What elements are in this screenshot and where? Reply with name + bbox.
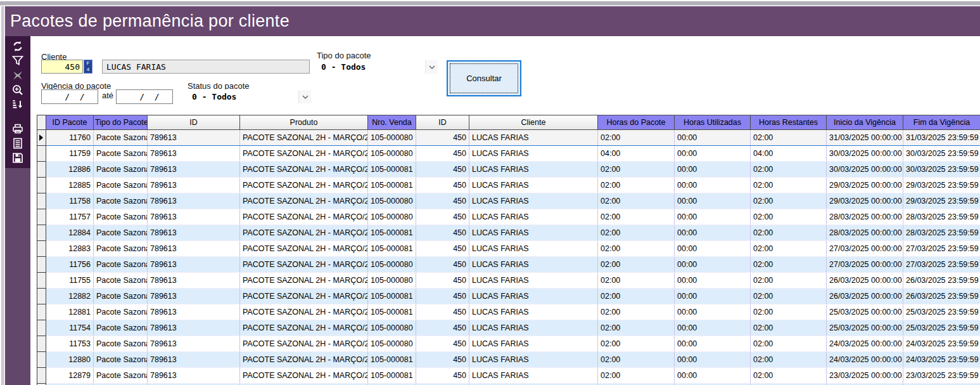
cell-produto-3[interactable]: PACOTE SAZONAL 2H - MARÇO/2025 xyxy=(240,130,368,146)
cell-cliente-6[interactable]: LUCAS FARIAS xyxy=(469,257,598,273)
table-row[interactable]: 12880Pacote Sazonal789613PACOTE SAZONAL … xyxy=(37,352,980,368)
cell-tipo-do-pacote-1[interactable]: Pacote Sazonal xyxy=(94,352,148,368)
cell-nro-venda-4[interactable]: 105-000081 xyxy=(368,178,416,193)
cell-horas-restantes-9[interactable]: 02:00 xyxy=(751,257,827,273)
cell-id-pacote-0[interactable]: 12881 xyxy=(46,304,94,320)
cell-id-2[interactable]: 789613 xyxy=(148,241,240,257)
table-row[interactable]: 12879Pacote Sazonal789613PACOTE SAZONAL … xyxy=(37,368,980,384)
cell-cliente-6[interactable]: LUCAS FARIAS xyxy=(469,304,598,320)
cell-horas-restantes-9[interactable]: 02:00 xyxy=(751,162,827,178)
cell-horas-utilizadas-8[interactable]: 00:00 xyxy=(675,273,751,289)
refresh-button[interactable] xyxy=(10,39,26,53)
cell-fim-da-vigencia-11[interactable]: 28/03/2025 23:59:59 xyxy=(903,225,980,241)
chevron-down-icon[interactable] xyxy=(425,60,438,74)
cell-horas-restantes-9[interactable]: 02:00 xyxy=(751,289,827,304)
sort-button[interactable] xyxy=(10,98,26,112)
cell-id-pacote-0[interactable]: 11758 xyxy=(46,193,94,209)
cell-horas-do-pacote-7[interactable]: 04:00 xyxy=(598,146,675,162)
cell-produto-3[interactable]: PACOTE SAZONAL 2H - MARÇO/2025 xyxy=(240,273,368,289)
column-header-horas-utilizadas-8[interactable]: Horas Utilizadas xyxy=(675,115,751,130)
cell-cliente-6[interactable]: LUCAS FARIAS xyxy=(469,178,598,193)
cell-produto-3[interactable]: PACOTE SAZONAL 2H - MARÇO/2025 xyxy=(240,352,368,368)
cell-id-pacote-0[interactable]: 11760 xyxy=(46,130,94,146)
cell-tipo-do-pacote-1[interactable]: Pacote Sazonal xyxy=(94,320,148,336)
cell-nro-venda-4[interactable]: 105-000080 xyxy=(368,257,416,273)
cell-nro-venda-4[interactable]: 105-000080 xyxy=(368,336,416,352)
cell-tipo-do-pacote-1[interactable]: Pacote Sazonal xyxy=(94,273,148,289)
cell-nro-venda-4[interactable]: 105-000081 xyxy=(368,368,416,384)
cell-horas-utilizadas-8[interactable]: 00:00 xyxy=(675,241,751,257)
cell-horas-utilizadas-8[interactable]: 00:00 xyxy=(675,368,751,384)
cell-id-2[interactable]: 789613 xyxy=(148,336,240,352)
cell-horas-restantes-9[interactable]: 04:00 xyxy=(751,146,827,162)
cell-id-2[interactable]: 789613 xyxy=(148,257,240,273)
clear-filter-button[interactable] xyxy=(10,69,26,82)
column-header-id-2[interactable]: ID xyxy=(148,115,240,130)
cell-horas-utilizadas-8[interactable]: 00:00 xyxy=(675,304,751,320)
cell-tipo-do-pacote-1[interactable]: Pacote Sazonal xyxy=(94,304,148,320)
cell-horas-do-pacote-7[interactable]: 02:00 xyxy=(598,368,675,384)
cell-horas-utilizadas-8[interactable]: 00:00 xyxy=(675,146,751,162)
table-row[interactable]: 12886Pacote Sazonal789613PACOTE SAZONAL … xyxy=(37,162,980,178)
table-row[interactable]: 11758Pacote Sazonal789613PACOTE SAZONAL … xyxy=(37,193,980,209)
cell-inicio-da-vigencia-10[interactable]: 28/03/2025 00:00:00 xyxy=(827,209,903,225)
cell-horas-do-pacote-7[interactable]: 02:00 xyxy=(598,209,675,225)
cell-horas-utilizadas-8[interactable]: 00:00 xyxy=(675,178,751,193)
table-row[interactable]: 11759Pacote Sazonal789613PACOTE SAZONAL … xyxy=(37,146,980,162)
cell-id-5[interactable]: 450 xyxy=(416,289,469,304)
cell-inicio-da-vigencia-10[interactable]: 29/03/2025 00:00:00 xyxy=(827,178,903,193)
cell-inicio-da-vigencia-10[interactable]: 24/03/2025 00:00:00 xyxy=(827,352,903,368)
cell-horas-restantes-9[interactable]: 02:00 xyxy=(751,304,827,320)
cell-id-5[interactable]: 450 xyxy=(416,146,469,162)
cell-id-pacote-0[interactable]: 11753 xyxy=(46,336,94,352)
cell-inicio-da-vigencia-10[interactable]: 26/03/2025 00:00:00 xyxy=(827,289,903,304)
cell-horas-utilizadas-8[interactable]: 00:00 xyxy=(675,289,751,304)
cell-nro-venda-4[interactable]: 105-000081 xyxy=(368,241,416,257)
cell-id-5[interactable]: 450 xyxy=(416,273,469,289)
cell-fim-da-vigencia-11[interactable]: 27/03/2025 23:59:59 xyxy=(903,241,980,257)
cell-tipo-do-pacote-1[interactable]: Pacote Sazonal xyxy=(94,130,148,146)
cell-id-2[interactable]: 789613 xyxy=(148,273,240,289)
column-header-nro-venda-4[interactable]: Nro. Venda xyxy=(368,115,416,130)
table-row[interactable]: 12884Pacote Sazonal789613PACOTE SAZONAL … xyxy=(37,225,980,241)
cell-id-pacote-0[interactable]: 11756 xyxy=(46,257,94,273)
cell-horas-utilizadas-8[interactable]: 00:00 xyxy=(675,193,751,209)
cell-produto-3[interactable]: PACOTE SAZONAL 2H - MARÇO/2025 xyxy=(240,320,368,336)
cell-produto-3[interactable]: PACOTE SAZONAL 2H - MARÇO/2025 xyxy=(240,304,368,320)
cell-tipo-do-pacote-1[interactable]: Pacote Sazonal xyxy=(94,146,148,162)
cell-tipo-do-pacote-1[interactable]: Pacote Sazonal xyxy=(94,336,148,352)
status-pacote-select[interactable]: 0 - Todos xyxy=(188,89,312,104)
column-header-id-5[interactable]: ID xyxy=(416,115,469,130)
cell-horas-utilizadas-8[interactable]: 00:00 xyxy=(675,257,751,273)
cell-horas-utilizadas-8[interactable]: 00:00 xyxy=(675,320,751,336)
table-row[interactable]: 11756Pacote Sazonal789613PACOTE SAZONAL … xyxy=(37,257,980,273)
cell-id-5[interactable]: 450 xyxy=(416,368,469,384)
cell-horas-restantes-9[interactable]: 02:00 xyxy=(751,352,827,368)
cell-fim-da-vigencia-11[interactable]: 29/03/2025 23:59:59 xyxy=(903,193,980,209)
cell-id-2[interactable]: 789613 xyxy=(148,320,240,336)
cell-horas-restantes-9[interactable]: 02:00 xyxy=(751,193,827,209)
cell-nro-venda-4[interactable]: 105-000080 xyxy=(368,209,416,225)
cell-id-pacote-0[interactable]: 11759 xyxy=(46,146,94,162)
cell-id-pacote-0[interactable]: 12883 xyxy=(46,241,94,257)
table-row[interactable]: 12882Pacote Sazonal789613PACOTE SAZONAL … xyxy=(37,289,980,304)
cell-cliente-6[interactable]: LUCAS FARIAS xyxy=(469,336,598,352)
cell-id-pacote-0[interactable]: 11757 xyxy=(46,209,94,225)
cell-id-5[interactable]: 450 xyxy=(416,352,469,368)
cell-id-pacote-0[interactable]: 12880 xyxy=(46,352,94,368)
column-header-fim-da-vigencia-11[interactable]: Fim da Vigência xyxy=(903,115,980,130)
cell-id-pacote-0[interactable]: 12879 xyxy=(46,368,94,384)
zoom-button[interactable] xyxy=(10,83,26,97)
cell-cliente-6[interactable]: LUCAS FARIAS xyxy=(469,209,598,225)
cell-id-2[interactable]: 789613 xyxy=(148,162,240,178)
cell-produto-3[interactable]: PACOTE SAZONAL 2H - MARÇO/2025 xyxy=(240,209,368,225)
cell-fim-da-vigencia-11[interactable]: 27/03/2025 23:59:59 xyxy=(903,257,980,273)
cell-horas-do-pacote-7[interactable]: 02:00 xyxy=(598,304,675,320)
cell-horas-do-pacote-7[interactable]: 02:00 xyxy=(598,289,675,304)
cell-tipo-do-pacote-1[interactable]: Pacote Sazonal xyxy=(94,178,148,193)
cell-nro-venda-4[interactable]: 105-000081 xyxy=(368,304,416,320)
cell-cliente-6[interactable]: LUCAS FARIAS xyxy=(469,289,598,304)
cell-horas-do-pacote-7[interactable]: 02:00 xyxy=(598,320,675,336)
cell-produto-3[interactable]: PACOTE SAZONAL 2H - MARÇO/2025 xyxy=(240,289,368,304)
cell-id-pacote-0[interactable]: 12884 xyxy=(46,225,94,241)
